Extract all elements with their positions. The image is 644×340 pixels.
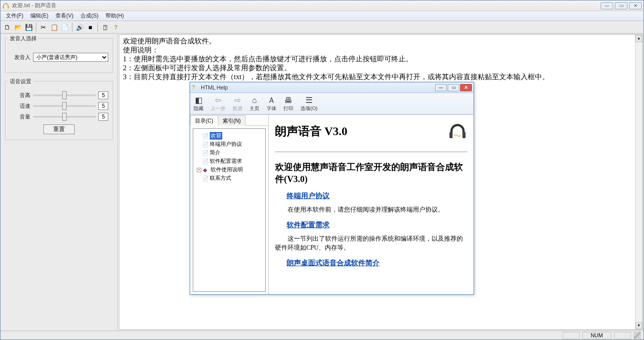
help-maximize-button[interactable]: ▭ xyxy=(448,84,459,91)
options-icon: ☰ xyxy=(305,96,313,105)
pitch-slider[interactable] xyxy=(33,94,96,96)
menu-help[interactable]: 帮助(H) xyxy=(102,11,127,21)
scroll-up-icon[interactable]: ▲ xyxy=(636,35,642,42)
speed-label: 语速 xyxy=(10,102,30,110)
editor-line: 1：使用时需先选中要播放的文本，然后点击播放键才可进行播放，点击停止按钮即可终止… xyxy=(123,55,639,64)
help-page-title: 朗声语音 V3.0 xyxy=(275,121,467,152)
tree-requirements[interactable]: 📄软件配置需求 xyxy=(194,157,264,166)
tree-intro[interactable]: 📄简介 xyxy=(194,149,264,157)
scroll-down-icon[interactable]: ▼ xyxy=(636,322,642,329)
status-num: NUM xyxy=(582,332,611,339)
speed-value: 5 xyxy=(98,102,108,110)
help-tabs: 目录(C) 索引(N) xyxy=(190,115,268,126)
reset-button[interactable]: 重置 xyxy=(43,124,75,134)
voice-settings-group: 语音设置 音高 5 语速 5 音量 5 重置 xyxy=(5,81,113,140)
status-bar: NUM xyxy=(0,331,644,340)
help-link-intro[interactable]: 朗声桌面式语音合成软件简介 xyxy=(287,259,467,268)
tree-usage[interactable]: +◆软件使用说明 xyxy=(194,166,264,174)
minimize-button[interactable]: — xyxy=(601,2,613,9)
help-window: ? HTML Help — ▭ ✕ ◧隐藏 ⇦上一步 ⇨前进 ⌂主页 Ａ字体 🖶… xyxy=(190,82,474,295)
help-paragraph: 在使用本软件前，请您仔细阅读并理解该终端用户协议。 xyxy=(275,205,467,214)
svg-rect-1 xyxy=(8,6,9,8)
svg-rect-2 xyxy=(449,132,453,138)
help-options-button[interactable]: ☰选项(O) xyxy=(301,96,318,112)
help-minimize-button[interactable]: — xyxy=(435,84,447,91)
help-home-button[interactable]: ⌂主页 xyxy=(250,96,259,112)
help-print-button[interactable]: 🖶打印 xyxy=(284,96,293,112)
volume-slider[interactable] xyxy=(33,116,96,118)
expand-icon[interactable]: + xyxy=(197,168,201,172)
toolbar: 🗋 📂 💾 ✂ 📋 📄 🔊 ■ ⍰ ? xyxy=(0,21,644,34)
play-icon[interactable]: 🔊 xyxy=(75,22,85,32)
cut-icon[interactable]: ✂ xyxy=(38,22,48,32)
tab-index[interactable]: 索引(N) xyxy=(218,115,246,126)
svg-rect-0 xyxy=(3,6,4,8)
pitch-row: 音高 5 xyxy=(10,91,108,99)
help-body: 目录(C) 索引(N) 📄欢迎 📄终端用户协议 📄简介 📄软件配置需求 +◆软件… xyxy=(190,115,474,294)
voice-select-group: 发音人选择 发音人 小严(普通话男声) xyxy=(5,38,113,73)
menu-view[interactable]: 查看(V) xyxy=(52,11,77,21)
page-icon: 📄 xyxy=(202,141,208,148)
status-cell xyxy=(614,332,631,339)
help-content: 朗声语音 V3.0 欢迎使用慧声语音工作室开发的朗声语音合成软件(V3.0) 终… xyxy=(269,115,474,294)
menu-bar: 文件(F) 编辑(E) 查看(V) 合成(S) 帮助(H) xyxy=(0,11,644,21)
paste-icon[interactable]: 📄 xyxy=(60,22,70,32)
help-icon[interactable]: ? xyxy=(111,22,121,32)
editor-scrollbar[interactable]: ▲ ▼ xyxy=(635,35,642,329)
menu-edit[interactable]: 编辑(E) xyxy=(27,11,52,21)
save-file-icon[interactable]: 💾 xyxy=(24,22,34,32)
help-toolbar: ◧隐藏 ⇦上一步 ⇨前进 ⌂主页 Ａ字体 🖶打印 ☰选项(O) xyxy=(190,93,474,115)
open-file-icon[interactable]: 📂 xyxy=(13,22,23,32)
window-buttons: — ▭ ✕ xyxy=(601,2,642,9)
page-icon: 📄 xyxy=(202,158,208,165)
help-link-requirements[interactable]: 软件配置需求 xyxy=(287,221,467,230)
help-forward-button[interactable]: ⇨前进 xyxy=(233,96,242,112)
tree-eula[interactable]: 📄终端用户协议 xyxy=(194,140,264,149)
pitch-label: 音高 xyxy=(10,92,30,99)
window-title: 欢迎.txt - 朗声语音 xyxy=(12,2,601,9)
font-icon: Ａ xyxy=(267,96,275,105)
maximize-button[interactable]: ▭ xyxy=(615,2,627,9)
volume-label: 音量 xyxy=(10,113,30,121)
close-button[interactable]: ✕ xyxy=(629,2,642,9)
voice-label: 发音人 xyxy=(10,54,30,61)
help-paragraph: 这一节列出了软件运行所需的操作系统和编译环境，以及推荐的硬件环境如CPU、内存等… xyxy=(275,234,467,252)
left-panel: 发音人选择 发音人 小严(普通话男声) 语音设置 音高 5 语速 xyxy=(0,34,118,331)
help-nav-panel: 目录(C) 索引(N) 📄欢迎 📄终端用户协议 📄简介 📄软件配置需求 +◆软件… xyxy=(190,115,269,294)
help-close-button[interactable]: ✕ xyxy=(460,84,472,91)
help-link-eula[interactable]: 终端用户协议 xyxy=(287,191,467,201)
menu-file[interactable]: 文件(F) xyxy=(2,11,27,21)
toolbar-separator xyxy=(36,23,36,32)
speed-slider[interactable] xyxy=(33,105,96,107)
help-tree[interactable]: 📄欢迎 📄终端用户协议 📄简介 📄软件配置需求 +◆软件使用说明 📄联系方式 xyxy=(193,128,266,292)
help-hide-button[interactable]: ◧隐藏 xyxy=(194,96,203,112)
resize-grip-icon[interactable] xyxy=(634,332,641,339)
voice-row: 发音人 小严(普通话男声) xyxy=(10,53,108,62)
page-icon: 📄 xyxy=(202,150,208,156)
stop-icon[interactable]: ■ xyxy=(85,22,95,32)
pitch-value: 5 xyxy=(98,91,108,99)
help-back-button[interactable]: ⇦上一步 xyxy=(211,96,225,112)
menu-synthesize[interactable]: 合成(S) xyxy=(77,11,102,21)
tree-contact[interactable]: 📄联系方式 xyxy=(194,174,264,183)
editor-line: 3：目前只支持直接打开文本文件（txt），若想播放其他文件文本可先粘贴至文本文件… xyxy=(123,72,639,81)
volume-row: 音量 5 xyxy=(10,113,108,121)
home-icon: ⌂ xyxy=(252,96,257,105)
new-file-icon[interactable]: 🗋 xyxy=(2,22,12,32)
back-arrow-icon: ⇦ xyxy=(215,96,221,105)
voice-select[interactable]: 小严(普通话男声) xyxy=(33,53,108,62)
editor-line: 2：左侧面板中可进行发音人选择及常用参数的设置。 xyxy=(123,64,639,72)
page-icon: 📄 xyxy=(202,133,208,139)
whats-this-icon[interactable]: ⍰ xyxy=(100,22,110,32)
toolbar-separator xyxy=(72,23,72,32)
help-font-button[interactable]: Ａ字体 xyxy=(267,96,276,112)
tree-welcome[interactable]: 📄欢迎 xyxy=(194,132,264,140)
help-window-title: HTML Help xyxy=(201,85,434,91)
title-bar: 欢迎.txt - 朗声语音 — ▭ ✕ xyxy=(0,0,644,11)
editor-line: 使用说明： xyxy=(123,46,639,55)
tab-contents[interactable]: 目录(C) xyxy=(190,115,218,126)
forward-arrow-icon: ⇨ xyxy=(234,96,241,105)
copy-icon[interactable]: 📋 xyxy=(49,22,59,32)
book-icon: ◆ xyxy=(203,167,209,173)
page-icon: 📄 xyxy=(202,175,208,182)
